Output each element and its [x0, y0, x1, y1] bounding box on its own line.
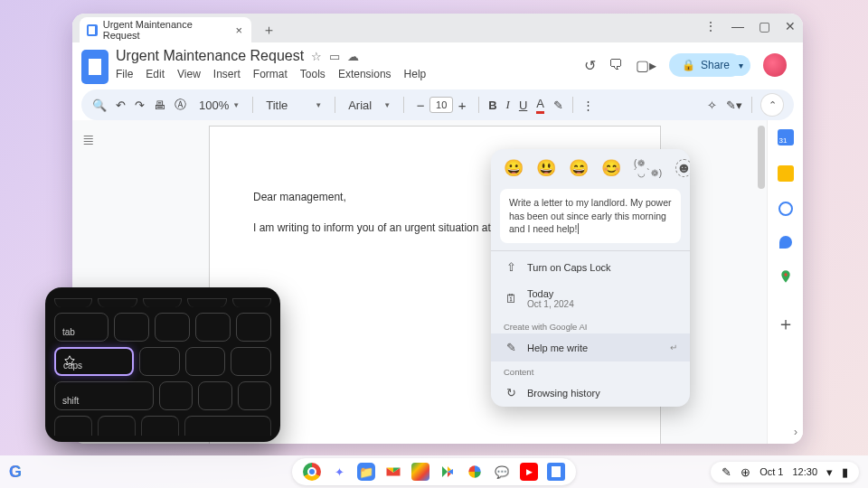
highlight-icon[interactable]: ✎: [553, 99, 563, 112]
key-caps-lock[interactable]: caps: [54, 347, 134, 376]
move-icon[interactable]: ▭: [329, 50, 340, 63]
close-tab-icon[interactable]: ×: [235, 23, 242, 37]
collapse-side-panel-icon[interactable]: ›: [794, 426, 797, 438]
doc-title[interactable]: Urgent Maintenance Request: [116, 48, 304, 64]
gmail-app-icon[interactable]: [384, 463, 402, 481]
star-icon[interactable]: ☆: [311, 50, 322, 63]
new-tab-button[interactable]: ＋: [259, 20, 278, 40]
menu-file[interactable]: File: [116, 68, 133, 80]
chromeos-shelf: G ✦ 📁 💬 ▶ ✎ ⊕ Oct 1 12:30 ▾ ▮: [0, 455, 868, 488]
more-emoji-icon[interactable]: ☻: [675, 159, 690, 177]
emoji-option[interactable]: 😀: [504, 158, 524, 178]
browser-tab[interactable]: Urgent Maintenance Request ×: [80, 17, 251, 42]
menu-insert[interactable]: Insert: [213, 68, 241, 80]
editing-mode-icon[interactable]: ✧: [707, 99, 717, 112]
share-label: Share: [701, 59, 730, 71]
menu-view[interactable]: View: [177, 68, 201, 80]
zoom-select[interactable]: 100%▼: [195, 99, 243, 112]
google-logo-icon[interactable]: G: [9, 463, 22, 482]
key-shift[interactable]: shift: [54, 381, 154, 410]
key-blank[interactable]: [238, 381, 271, 410]
get-addons-icon[interactable]: ＋: [777, 312, 795, 336]
tasks-addon-icon[interactable]: [778, 202, 793, 216]
key-blank[interactable]: [155, 313, 190, 342]
youtube-app-icon[interactable]: ▶: [520, 463, 538, 481]
key-blank[interactable]: [198, 381, 231, 410]
calendar-addon-icon[interactable]: [778, 129, 794, 145]
photos-app-icon[interactable]: [466, 463, 484, 481]
phone-hub-tray-icon[interactable]: ⊕: [741, 465, 750, 479]
print-icon[interactable]: 🖶: [154, 99, 165, 112]
key-blank[interactable]: [236, 313, 271, 342]
account-avatar[interactable]: [763, 53, 787, 77]
gemini-app-icon[interactable]: ✦: [330, 463, 348, 481]
doc-header: Urgent Maintenance Request ☆ ▭ ☁ File Ed…: [72, 42, 803, 84]
key-blank[interactable]: [159, 381, 193, 410]
chrome-app-icon[interactable]: [303, 463, 321, 481]
cloud-status-icon[interactable]: ☁: [347, 50, 359, 63]
stylus-tray-icon[interactable]: ✎: [722, 465, 731, 479]
docs-app-icon[interactable]: [81, 50, 108, 84]
emoji-option[interactable]: 😃: [536, 158, 556, 178]
emoji-option[interactable]: 😄: [569, 158, 589, 178]
suggestion-today-date[interactable]: 🗓 Today Oct 1, 2024: [491, 281, 690, 316]
menu-extensions[interactable]: Extensions: [338, 68, 392, 80]
calendar-icon: 🗓: [504, 292, 518, 305]
vertical-scrollbar[interactable]: [758, 126, 765, 189]
underline-icon[interactable]: U: [519, 99, 527, 112]
share-dropdown[interactable]: ▾: [731, 55, 750, 76]
font-size-increase[interactable]: +: [455, 98, 469, 113]
kebab-menu-icon[interactable]: ⋮: [704, 19, 717, 33]
menu-edit[interactable]: Edit: [146, 68, 165, 80]
files-app-icon[interactable]: 📁: [357, 463, 375, 481]
menu-tools[interactable]: Tools: [300, 68, 326, 80]
maximize-window-icon[interactable]: ▢: [759, 19, 770, 33]
text-color-icon[interactable]: A: [536, 97, 544, 114]
kaomoji-option[interactable]: (❁´◡`❁): [634, 158, 663, 178]
emoji-option[interactable]: 😊: [601, 158, 621, 178]
search-menus-icon[interactable]: 🔍: [92, 99, 107, 112]
history-icon[interactable]: ↺: [584, 57, 596, 74]
docs-app-shelf-icon[interactable]: [547, 463, 565, 481]
bold-icon[interactable]: B: [488, 99, 496, 112]
key-tab[interactable]: tab: [54, 313, 108, 342]
key-blank[interactable]: [195, 313, 231, 342]
suggestion-help-me-write[interactable]: ✎ Help me write ↵: [491, 333, 690, 361]
undo-icon[interactable]: ↶: [116, 99, 126, 112]
meet-icon[interactable]: ▢▸: [636, 57, 656, 74]
close-window-icon[interactable]: ✕: [785, 19, 796, 33]
status-time: 12:30: [792, 466, 817, 477]
font-select[interactable]: Arial▼: [344, 99, 394, 112]
font-size-input[interactable]: 10: [429, 97, 453, 113]
key-blank[interactable]: [185, 347, 226, 376]
suggestion-browsing-history[interactable]: ↻ Browsing history: [491, 379, 690, 407]
redo-icon[interactable]: ↷: [135, 99, 145, 112]
more-tools-icon[interactable]: ⋮: [582, 99, 594, 112]
key-fragment: [141, 416, 179, 436]
key-blank[interactable]: [231, 347, 271, 376]
key-blank[interactable]: [114, 313, 149, 342]
font-size-decrease[interactable]: −: [413, 98, 428, 113]
menu-help[interactable]: Help: [404, 68, 427, 80]
minimize-window-icon[interactable]: —: [731, 19, 744, 33]
maps-addon-icon[interactable]: [778, 268, 794, 285]
keep-addon-icon[interactable]: [778, 165, 794, 182]
status-tray[interactable]: ✎ ⊕ Oct 1 12:30 ▾ ▮: [711, 462, 859, 483]
messages-app-icon[interactable]: 💬: [493, 463, 511, 481]
key-fragment: [143, 298, 183, 307]
suggestion-caps-lock[interactable]: ⇧ Turn on Caps Lock: [491, 253, 690, 281]
meet-app-icon[interactable]: [411, 463, 429, 481]
search-prompt-text[interactable]: Write a letter to my landlord. My power …: [500, 189, 681, 243]
enter-hint-icon: ↵: [670, 343, 677, 352]
key-blank[interactable]: [139, 347, 180, 376]
contacts-addon-icon[interactable]: [779, 236, 792, 249]
pen-dropdown-icon[interactable]: ✎▾: [726, 99, 742, 112]
comments-icon[interactable]: 🗨: [609, 57, 623, 73]
collapse-toolbar-icon[interactable]: ⌃: [761, 94, 783, 116]
menu-format[interactable]: Format: [253, 68, 288, 80]
italic-icon[interactable]: I: [506, 98, 510, 112]
paragraph-style-select[interactable]: Title▼: [262, 99, 326, 112]
play-store-app-icon[interactable]: [439, 463, 457, 481]
spellcheck-icon[interactable]: Ⓐ: [175, 97, 186, 113]
launcher-suggestion-popup: 😀 😃 😄 😊 (❁´◡`❁) ☻ Write a letter to my l…: [491, 149, 690, 407]
